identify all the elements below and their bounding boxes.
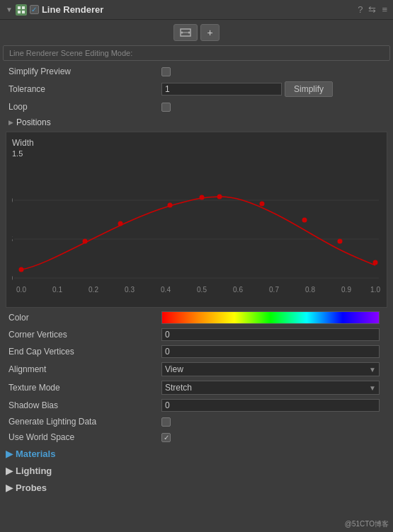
tolerance-label: Tolerance xyxy=(6,84,161,94)
svg-text:0.5: 0.5 xyxy=(197,286,207,294)
use-world-space-value: ✓ xyxy=(161,433,387,442)
use-world-space-checkbox[interactable]: ✓ xyxy=(161,433,171,442)
probes-label: Probes xyxy=(16,482,47,493)
texture-mode-dropdown-arrow: ▼ xyxy=(369,384,376,392)
texture-mode-row: Texture Mode Stretch ▼ xyxy=(3,378,390,397)
corner-vertices-value xyxy=(161,328,387,341)
loop-row: Loop xyxy=(3,99,390,115)
svg-text:0.5: 0.5 xyxy=(12,236,13,243)
generate-lighting-data-checkbox[interactable] xyxy=(161,417,171,427)
materials-section-header[interactable]: ▶ Materials xyxy=(0,445,393,462)
svg-text:0.7: 0.7 xyxy=(269,286,279,294)
width-chart[interactable]: Width 1.5 0.0 0.5 1.0 xyxy=(6,132,387,308)
end-cap-vertices-value xyxy=(161,345,387,358)
svg-text:0.1: 0.1 xyxy=(52,286,62,294)
alignment-dropdown-arrow: ▼ xyxy=(369,366,376,374)
svg-point-5 xyxy=(181,32,183,34)
probes-expand-icon: ▶ xyxy=(6,482,13,493)
texture-mode-dropdown[interactable]: Stretch ▼ xyxy=(161,381,380,395)
texture-mode-dropdown-value: Stretch xyxy=(165,383,192,393)
add-button[interactable]: + xyxy=(200,24,219,41)
materials-expand-icon: ▶ xyxy=(6,449,13,459)
overflow-menu-icon[interactable]: ≡ xyxy=(382,4,387,15)
svg-point-20 xyxy=(260,202,265,207)
probes-section-header[interactable]: ▶ Probes xyxy=(0,479,393,496)
toolbar: + xyxy=(0,20,393,45)
svg-point-17 xyxy=(168,203,173,208)
svg-text:0.3: 0.3 xyxy=(125,286,135,294)
lighting-expand-icon: ▶ xyxy=(6,466,13,476)
svg-text:0.0: 0.0 xyxy=(12,274,13,282)
shadow-bias-label: Shadow Bias xyxy=(6,400,161,410)
svg-point-16 xyxy=(118,221,123,226)
end-cap-vertices-input[interactable] xyxy=(161,345,380,358)
scene-edit-label: Line Renderer Scene Editing Mode: xyxy=(3,45,390,61)
alignment-value: View ▼ xyxy=(161,362,387,376)
chart-value: 1.5 xyxy=(12,149,381,158)
lighting-label: Lighting xyxy=(16,466,52,476)
svg-rect-1 xyxy=(22,6,25,9)
positions-expand-icon: ▶ xyxy=(8,119,13,126)
svg-point-18 xyxy=(200,195,205,200)
corner-vertices-row: Corner Vertices xyxy=(3,326,390,343)
header-actions: ? ⇆ ≡ xyxy=(358,4,387,15)
svg-text:0.9: 0.9 xyxy=(341,286,351,294)
loop-label: Loop xyxy=(6,102,161,112)
chart-svg[interactable]: 0.0 0.5 1.0 0.0 0.1 0.2 xyxy=(12,158,381,299)
shadow-bias-row: Shadow Bias xyxy=(3,397,390,414)
component-icon xyxy=(16,4,27,16)
svg-point-21 xyxy=(302,218,307,223)
color-row: Color xyxy=(3,309,390,326)
svg-text:1.0: 1.0 xyxy=(12,197,13,204)
lighting-section-header[interactable]: ▶ Lighting xyxy=(0,462,393,479)
use-world-space-row: Use World Space ✓ xyxy=(3,429,390,445)
generate-lighting-data-row: Generate Lighting Data xyxy=(3,414,390,429)
loop-checkbox[interactable] xyxy=(161,103,171,112)
svg-text:0.4: 0.4 xyxy=(161,286,171,294)
simplify-preview-value xyxy=(161,67,387,76)
simplify-button[interactable]: Simplify xyxy=(285,81,333,97)
alignment-dropdown[interactable]: View ▼ xyxy=(161,362,380,376)
svg-point-22 xyxy=(338,239,343,244)
component-enable-checkbox[interactable]: ✓ xyxy=(30,5,39,14)
simplify-preview-label: Simplify Preview xyxy=(6,66,161,76)
color-value xyxy=(161,311,387,324)
edit-mode-button[interactable] xyxy=(173,24,198,41)
help-icon[interactable]: ? xyxy=(358,4,363,15)
shadow-bias-input[interactable] xyxy=(161,399,380,412)
svg-text:0.2: 0.2 xyxy=(89,286,98,294)
loop-value xyxy=(161,103,387,112)
texture-mode-label: Texture Mode xyxy=(6,383,161,393)
positions-row[interactable]: ▶ Positions xyxy=(3,115,390,130)
simplify-preview-row: Simplify Preview xyxy=(3,64,390,79)
svg-point-6 xyxy=(188,32,190,34)
generate-lighting-data-label: Generate Lighting Data xyxy=(6,417,161,427)
settings-icon[interactable]: ⇆ xyxy=(368,4,376,15)
corner-vertices-input[interactable] xyxy=(161,328,380,341)
watermark: @51CTO博客 xyxy=(345,519,389,529)
svg-point-19 xyxy=(217,195,222,200)
alignment-label: Alignment xyxy=(6,364,161,374)
svg-rect-0 xyxy=(18,6,21,9)
color-picker[interactable] xyxy=(161,311,380,324)
alignment-dropdown-value: View xyxy=(165,364,183,374)
component-header: ▼ ✓ Line Renderer ? ⇆ ≡ xyxy=(0,0,393,20)
simplify-preview-checkbox[interactable] xyxy=(161,67,171,76)
alignment-row: Alignment View ▼ xyxy=(3,360,390,378)
generate-lighting-data-value xyxy=(161,417,387,427)
collapse-arrow-icon[interactable]: ▼ xyxy=(6,6,13,13)
svg-point-14 xyxy=(19,267,24,272)
svg-point-23 xyxy=(373,260,378,265)
svg-point-15 xyxy=(83,239,88,244)
shadow-bias-value xyxy=(161,399,387,412)
end-cap-vertices-label: End Cap Vertices xyxy=(6,347,161,357)
tolerance-input[interactable] xyxy=(161,83,282,96)
end-cap-vertices-row: End Cap Vertices xyxy=(3,343,390,360)
chart-title: Width xyxy=(12,138,381,148)
use-world-space-label: Use World Space xyxy=(6,432,161,442)
svg-text:0.8: 0.8 xyxy=(305,286,315,294)
tolerance-row: Tolerance Simplify xyxy=(3,79,390,99)
inspector-content: Simplify Preview Tolerance Simplify Loop… xyxy=(0,64,393,445)
component-title: Line Renderer xyxy=(42,4,103,15)
svg-text:0.6: 0.6 xyxy=(233,286,243,294)
